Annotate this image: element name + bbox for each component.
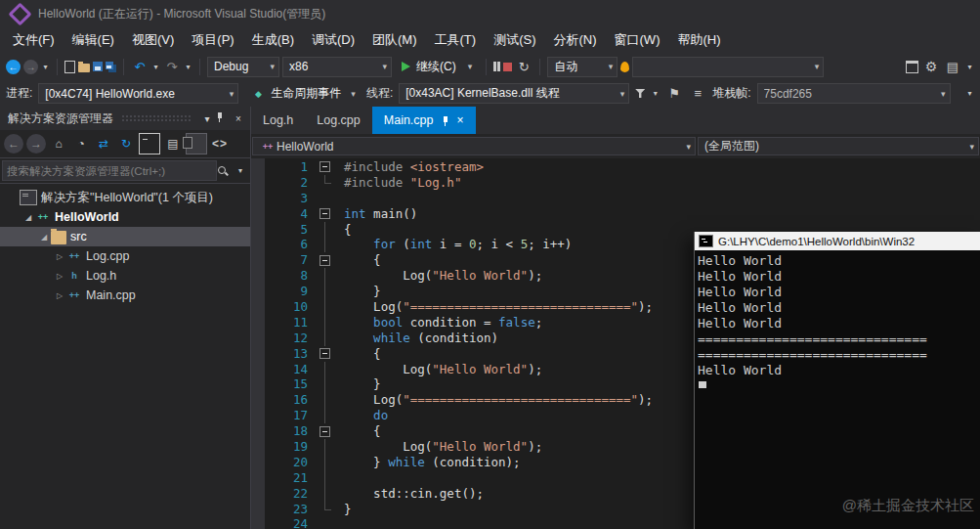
stop-debugging-icon[interactable] (503, 63, 512, 71)
refresh-icon[interactable]: ↻ (116, 134, 136, 154)
tree-item[interactable]: ▷hLog.h (0, 266, 250, 286)
toolbar-overflow-icon[interactable]: ▾ (965, 85, 974, 103)
menu-item[interactable]: 文件(F) (4, 27, 64, 53)
toolbar-separator (199, 59, 200, 75)
redo-icon[interactable]: ↷ (163, 58, 181, 75)
tree-item[interactable]: ◢src (0, 227, 250, 246)
search-input[interactable] (2, 160, 217, 181)
autos-dropdown[interactable]: 自动 ▾ (547, 57, 618, 77)
close-icon[interactable]: × (231, 110, 246, 126)
fold-guide (310, 455, 339, 470)
undo-icon[interactable]: ↶ (131, 58, 149, 75)
process-dropdown[interactable]: [0x4C74] HelloWorld.exe ▾ (38, 83, 238, 104)
platform-dropdown[interactable]: x86 ▾ (282, 57, 392, 77)
gear-icon[interactable]: ⚙ (922, 58, 940, 75)
navigate-forward-icon[interactable]: → (23, 60, 38, 74)
fold-marker-icon[interactable] (310, 346, 339, 362)
menu-item[interactable]: 测试(S) (485, 27, 544, 53)
open-file-icon[interactable] (78, 64, 90, 72)
console-window[interactable]: G:\LHY\C\demo1\HelloWorld\bin\Win32 Hell… (694, 232, 980, 529)
search-icon[interactable] (217, 165, 233, 177)
save-icon[interactable] (93, 62, 103, 71)
tree-item[interactable]: ◢++HelloWorld (0, 207, 250, 227)
fold-guide (310, 516, 339, 529)
vs-window: HelloWorld (正在运行) - Microsoft Visual Stu… (0, 0, 980, 529)
save-all-icon[interactable] (106, 62, 113, 69)
frames-icon[interactable]: ≡ (689, 85, 706, 103)
task-list-icon[interactable]: ▤ (944, 58, 961, 75)
pending-icon[interactable]: ◔ (71, 134, 91, 154)
tree-expander-icon[interactable]: ◢ (21, 213, 35, 222)
preview-icon[interactable] (186, 133, 207, 154)
solution-explorer-header[interactable]: 解决方案资源管理器 ▾ × (0, 107, 250, 130)
code-text: #include <iostream> (339, 159, 980, 175)
undo-dropdown-icon[interactable]: ▾ (151, 58, 160, 75)
fire-icon[interactable] (620, 62, 629, 72)
forward-icon[interactable]: → (26, 134, 46, 154)
configuration-dropdown[interactable]: Debug ▾ (207, 57, 279, 77)
tree-expander-icon[interactable]: ▷ (53, 291, 66, 300)
flag-threads-icon[interactable]: ⚑ (665, 85, 683, 103)
collapse-all-icon[interactable] (139, 133, 160, 154)
redo-dropdown-icon[interactable]: ▾ (184, 58, 192, 75)
panel-grip[interactable] (121, 114, 192, 122)
navigation-dropdown-icon[interactable]: ▾ (41, 58, 50, 75)
filter-threads-icon[interactable] (635, 89, 645, 98)
menu-item[interactable]: 帮助(H) (668, 27, 729, 53)
break-all-icon[interactable] (493, 62, 500, 71)
tree-item[interactable]: ▷++Main.cpp (0, 286, 250, 305)
editor-tab[interactable]: Log.cpp (305, 107, 371, 134)
pin-icon[interactable] (215, 110, 231, 126)
editor-tab[interactable]: Log.h (251, 107, 305, 134)
stack-frame-dropdown[interactable]: 75cdf265 ▾ (757, 83, 951, 104)
toolbar-separator (123, 59, 124, 75)
line-number: 19 (265, 439, 310, 455)
tree-expander-icon[interactable]: ▷ (53, 272, 66, 281)
console-output[interactable]: Hello WorldHello WorldHello WorldHello W… (695, 250, 980, 529)
title-bar[interactable]: HelloWorld (正在运行) - Microsoft Visual Stu… (0, 0, 980, 27)
menu-item[interactable]: 生成(B) (243, 27, 303, 53)
show-all-files-icon[interactable]: ▤ (163, 134, 183, 154)
fold-marker-icon[interactable] (310, 423, 339, 439)
menu-item[interactable]: 调试(D) (303, 27, 363, 53)
filter-dropdown-icon[interactable]: ▾ (651, 85, 660, 103)
fold-marker-icon[interactable] (310, 159, 339, 175)
breadcrumb-project-dropdown[interactable]: ++ HelloWorld ▾ (252, 137, 696, 155)
panel-position-icon[interactable]: ▾ (199, 110, 215, 126)
console-title-bar[interactable]: G:\LHY\C\demo1\HelloWorld\bin\Win32 (695, 232, 980, 250)
tree-expander-icon[interactable]: ◢ (37, 233, 51, 242)
fold-marker-icon[interactable] (310, 252, 339, 268)
home-icon[interactable]: ⌂ (49, 134, 68, 154)
menu-item[interactable]: 窗口(W) (606, 27, 669, 53)
close-icon[interactable]: × (457, 113, 464, 127)
menu-item[interactable]: 工具(T) (426, 27, 486, 53)
menu-item[interactable]: 项目(P) (183, 27, 242, 53)
menu-item[interactable]: 视图(V) (123, 27, 183, 53)
back-icon[interactable]: ← (4, 134, 23, 154)
fold-marker-icon[interactable] (310, 206, 339, 222)
editor-tab[interactable]: Main.cpp× (372, 107, 476, 134)
search-options-icon[interactable]: ▾ (233, 162, 248, 180)
continue-button[interactable]: 继续(C) ▾ (395, 56, 479, 77)
sync-icon[interactable]: ⇄ (94, 134, 113, 154)
menu-item[interactable]: 分析(N) (544, 27, 605, 53)
toolbar-overflow-icon[interactable]: ▾ (965, 58, 974, 75)
breakpoint-margin[interactable] (251, 158, 265, 529)
empty-dropdown[interactable]: ▾ (632, 57, 824, 77)
navigate-back-icon[interactable]: ← (6, 60, 21, 74)
tree-item[interactable]: 解决方案"HelloWorld"(1 个项目) (0, 188, 250, 207)
lifecycle-events-button[interactable]: ◆ 生命周期事件 ▾ (244, 83, 361, 104)
breadcrumb-scope-dropdown[interactable]: (全局范围) ▾ (698, 137, 979, 155)
restart-icon[interactable]: ↻ (515, 58, 533, 75)
tree-item[interactable]: ▷++Log.cpp (0, 246, 250, 266)
new-file-icon[interactable] (64, 61, 75, 73)
play-icon (402, 62, 410, 71)
thread-dropdown[interactable]: [0x43AC] KernelBase.dll 线程 ▾ (399, 83, 629, 104)
float-window-icon[interactable] (906, 61, 918, 73)
pin-icon[interactable] (441, 114, 450, 126)
menu-item[interactable]: 编辑(E) (64, 27, 123, 53)
solution-tree[interactable]: 解决方案"HelloWorld"(1 个项目)◢++HelloWorld◢src… (0, 184, 250, 529)
menu-item[interactable]: 团队(M) (363, 27, 426, 53)
tree-expander-icon[interactable]: ▷ (53, 252, 66, 261)
view-code-icon[interactable]: <> (210, 134, 230, 154)
